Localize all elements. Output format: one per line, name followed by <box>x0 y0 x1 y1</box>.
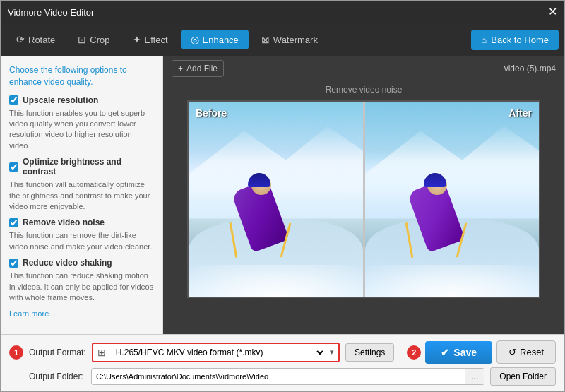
format-icon: ⊞ <box>93 344 110 361</box>
noise-desc: This function can remove the dirt-like v… <box>9 230 154 252</box>
browse-button[interactable]: ... <box>465 369 484 384</box>
effect-button[interactable]: ✦ Effect <box>123 30 178 49</box>
plus-icon: + <box>178 64 183 73</box>
brightness-desc: This function will automatically optimiz… <box>9 179 154 212</box>
effect-icon: ✦ <box>133 34 141 45</box>
panel-title: Choose the following options to enhance … <box>9 64 154 88</box>
noise-label: Remove video noise <box>23 218 105 227</box>
settings-button[interactable]: Settings <box>345 343 394 362</box>
file-name: video (5).mp4 <box>504 64 556 73</box>
before-image <box>189 102 363 297</box>
before-after-preview: Before <box>187 100 540 298</box>
badge-1: 1 <box>9 345 23 360</box>
watermark-button[interactable]: ⊠ Watermark <box>251 30 328 49</box>
save-button[interactable]: ✔ Save <box>425 341 492 364</box>
main-content: Choose the following options to enhance … <box>1 56 564 334</box>
folder-input-wrapper: ... <box>91 368 484 385</box>
reset-button[interactable]: ↺ Reset <box>496 340 556 364</box>
crop-icon: ⊡ <box>78 34 86 45</box>
format-select[interactable]: H.265/HEVC MKV video format (*.mkv) <box>110 344 326 361</box>
effect-label: Remove video noise <box>326 85 403 95</box>
dropdown-arrow-icon: ▾ <box>326 345 338 360</box>
shaking-desc: This function can reduce shaking motion … <box>9 271 154 303</box>
brightness-label: Optimize brightness and contrast <box>23 157 154 177</box>
add-file-button[interactable]: + Add File <box>172 60 224 77</box>
main-window: Vidmore Video Editor ✕ ⟳ Rotate ⊡ Crop ✦… <box>0 0 565 392</box>
preview-area: Remove video noise Before <box>163 81 564 334</box>
before-label: Before <box>196 107 227 119</box>
option-upscale: Upscale resolution This function enables… <box>9 95 154 152</box>
upscale-desc: This function enables you to get superb … <box>9 108 154 152</box>
after-side: After <box>365 102 540 297</box>
bottom-section: 1 Output Format: ⊞ H.265/HEVC MKV video … <box>1 334 564 391</box>
upscale-checkbox[interactable] <box>9 95 18 105</box>
enhance-icon: ◎ <box>191 34 199 45</box>
format-select-wrapper: ⊞ H.265/HEVC MKV video format (*.mkv) ▾ <box>92 343 340 362</box>
shaking-label: Reduce video shaking <box>23 258 112 268</box>
home-icon: ⌂ <box>481 35 487 45</box>
close-button[interactable]: ✕ <box>548 6 557 18</box>
app-title: Vidmore Video Editor <box>8 7 94 18</box>
option-brightness: Optimize brightness and contrast This fu… <box>9 157 154 212</box>
shaking-checkbox[interactable] <box>9 259 18 268</box>
after-image <box>365 102 540 297</box>
toolbar: ⟳ Rotate ⊡ Crop ✦ Effect ◎ Enhance ⊠ Wat… <box>1 23 564 56</box>
enhance-button[interactable]: ◎ Enhance <box>181 30 249 49</box>
option-shaking: Reduce video shaking This function can r… <box>9 258 154 303</box>
upscale-label: Upscale resolution <box>23 95 98 105</box>
watermark-icon: ⊠ <box>261 34 270 45</box>
after-label: After <box>509 107 532 119</box>
checkmark-icon: ✔ <box>441 347 449 358</box>
preview-panel: + Add File video (5).mp4 Remove video no… <box>163 56 564 334</box>
output-folder-label: Output Folder: <box>29 372 85 381</box>
output-format-label: Output Format: <box>29 348 86 357</box>
before-side: Before <box>189 102 363 297</box>
reset-icon: ↺ <box>509 347 516 357</box>
learn-more-link[interactable]: Learn more... <box>9 309 55 318</box>
title-bar: Vidmore Video Editor ✕ <box>1 1 564 23</box>
badge-2: 2 <box>407 345 421 360</box>
option-noise: Remove video noise This function can rem… <box>9 218 154 252</box>
preview-header: + Add File video (5).mp4 <box>163 56 564 81</box>
folder-path-input[interactable] <box>92 369 465 384</box>
crop-button[interactable]: ⊡ Crop <box>68 30 119 49</box>
rotate-icon: ⟳ <box>16 34 25 45</box>
right-actions: 2 ✔ Save ↺ Reset <box>407 340 556 364</box>
brightness-checkbox[interactable] <box>9 162 18 172</box>
open-folder-button[interactable]: Open Folder <box>490 367 556 386</box>
noise-checkbox[interactable] <box>9 218 18 227</box>
back-home-button[interactable]: ⌂ Back to Home <box>471 30 559 50</box>
rotate-button[interactable]: ⟳ Rotate <box>6 30 65 49</box>
folder-row: Output Folder: ... Open Folder <box>9 367 556 386</box>
format-row: 1 Output Format: ⊞ H.265/HEVC MKV video … <box>9 340 556 364</box>
left-panel: Choose the following options to enhance … <box>1 56 163 334</box>
